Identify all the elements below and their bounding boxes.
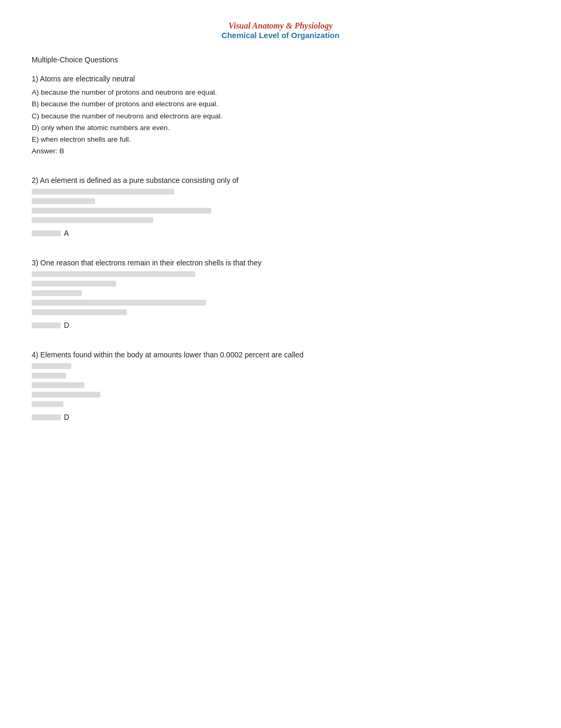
blurred-choices-3 xyxy=(32,271,529,319)
answer-label-blurred-4 xyxy=(32,414,61,420)
blurred-line-2-2 xyxy=(32,208,529,217)
questions-container: 1) Atoms are electrically neutralA) beca… xyxy=(32,75,529,421)
blurred-choices-4 xyxy=(32,363,529,411)
blurred-line-4-2 xyxy=(32,382,529,392)
choice-1-3: D) only when the atomic numbers are even… xyxy=(32,123,529,133)
question-text-4: 4) Elements found within the body at amo… xyxy=(32,351,529,359)
blurred-line-4-0 xyxy=(32,363,529,373)
answer-letter-4: D xyxy=(64,413,69,421)
blurred-choices-2 xyxy=(32,189,529,227)
question-block-2: 2) An element is defined as a pure subst… xyxy=(32,176,529,237)
blurred-line-4-3 xyxy=(32,392,529,401)
chapter-title: Chemical Level of Organization xyxy=(32,31,529,40)
blurred-line-3-3 xyxy=(32,300,529,309)
choice-1-4: E) when electron shells are full. xyxy=(32,134,529,145)
blurred-line-3-2 xyxy=(32,290,529,300)
question-text-1: 1) Atoms are electrically neutral xyxy=(32,75,529,83)
blurred-line-3-4 xyxy=(32,309,529,319)
answer-2: A xyxy=(32,229,529,237)
answer-4: D xyxy=(32,413,529,421)
question-block-1: 1) Atoms are electrically neutralA) beca… xyxy=(32,75,529,155)
section-label: Multiple-Choice Questions xyxy=(32,56,529,64)
question-block-3: 3) One reason that electrons remain in t… xyxy=(32,259,529,329)
answer-letter-3: D xyxy=(64,321,69,329)
blurred-line-4-1 xyxy=(32,373,529,382)
blurred-line-2-1 xyxy=(32,198,529,208)
answer-3: D xyxy=(32,321,529,329)
blurred-line-4-4 xyxy=(32,401,529,411)
page-header: Visual Anatomy & Physiology Chemical Lev… xyxy=(32,21,529,40)
blurred-line-3-0 xyxy=(32,271,529,281)
answer-label-blurred-2 xyxy=(32,231,61,236)
blurred-line-3-1 xyxy=(32,281,529,290)
blurred-line-2-3 xyxy=(32,217,529,227)
answer-label-blurred-3 xyxy=(32,322,61,328)
question-text-2: 2) An element is defined as a pure subst… xyxy=(32,176,529,185)
answer-letter-2: A xyxy=(64,229,69,237)
blurred-line-2-0 xyxy=(32,189,529,198)
choice-1-0: A) because the number of protons and neu… xyxy=(32,87,529,98)
question-text-3: 3) One reason that electrons remain in t… xyxy=(32,259,529,267)
question-block-4: 4) Elements found within the body at amo… xyxy=(32,351,529,421)
answer-1: Answer: B xyxy=(32,147,529,155)
book-title: Visual Anatomy & Physiology xyxy=(32,21,529,31)
choice-1-2: C) because the number of neutrons and el… xyxy=(32,111,529,122)
choice-1-1: B) because the number of protons and ele… xyxy=(32,99,529,109)
